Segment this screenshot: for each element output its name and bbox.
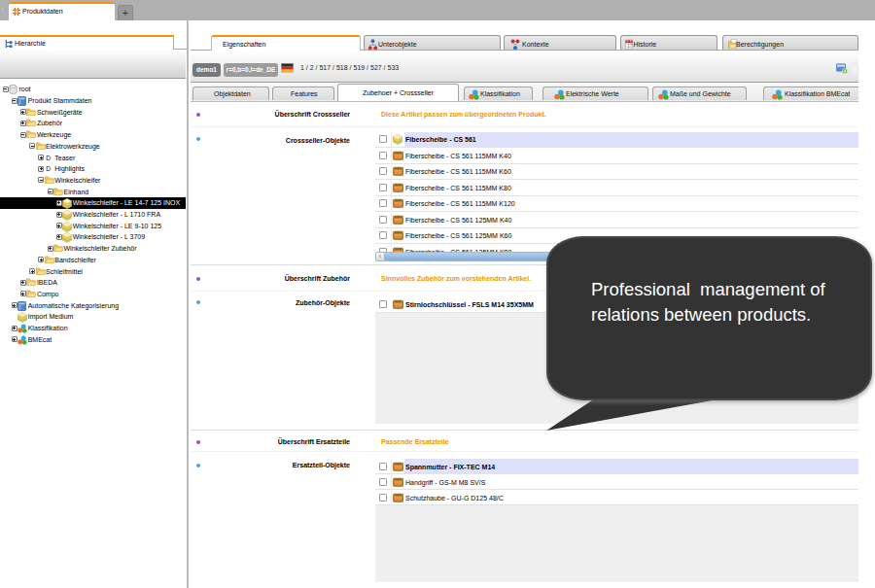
svg-text:D: D xyxy=(46,154,51,160)
svg-text:D: D xyxy=(46,165,51,172)
svg-text:17: 17 xyxy=(627,42,633,48)
